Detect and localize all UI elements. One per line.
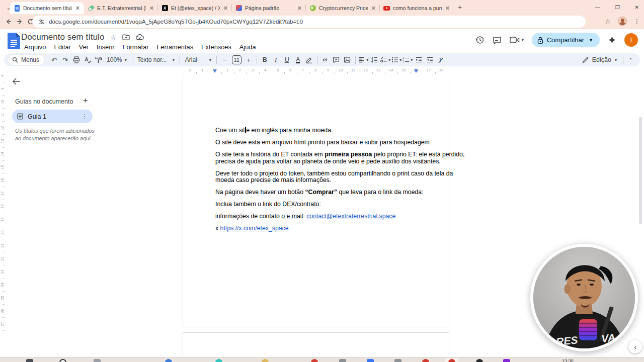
version-history-icon[interactable] bbox=[475, 35, 485, 45]
comments-icon[interactable] bbox=[493, 36, 502, 45]
sidebar-back-icon[interactable] bbox=[12, 78, 21, 85]
undo-icon[interactable]: ↶ bbox=[49, 55, 59, 65]
taskbar-icon-app-red-1[interactable] bbox=[311, 359, 318, 362]
browser-profile-avatar[interactable] bbox=[618, 17, 627, 26]
taskbar-icon-app-red-2[interactable] bbox=[422, 359, 429, 362]
numbered-list-select[interactable]: 12 ▾ bbox=[403, 55, 413, 65]
maximize-button[interactable]: ❐ bbox=[615, 5, 620, 10]
decrease-indent-icon[interactable] bbox=[414, 55, 424, 65]
star-document-icon[interactable]: ☆ bbox=[110, 34, 116, 41]
taskbar-icon-app-yellow[interactable] bbox=[262, 359, 269, 362]
menu-ajuda[interactable]: Ajuda bbox=[236, 43, 259, 51]
add-tab-button[interactable]: + bbox=[83, 96, 88, 105]
google-docs-logo[interactable] bbox=[8, 33, 20, 49]
insert-image-icon[interactable] bbox=[342, 55, 353, 65]
taskbar-icon-app-gray-3[interactable] bbox=[394, 359, 401, 362]
menu-inserir[interactable]: Inserir bbox=[94, 43, 118, 51]
highlight-color-button[interactable] bbox=[304, 55, 314, 65]
redo-icon[interactable]: ↷ bbox=[60, 55, 70, 65]
browser-tab[interactable]: como funciona a pump.fun - Y✕ bbox=[380, 2, 454, 14]
tab-close-icon[interactable]: ✕ bbox=[223, 5, 228, 12]
menu-editar[interactable]: Editar bbox=[51, 43, 73, 51]
line-spacing-icon[interactable] bbox=[369, 55, 380, 65]
italic-button[interactable]: I bbox=[271, 55, 281, 65]
taskbar-icon-app-gray-2[interactable] bbox=[339, 359, 346, 362]
toolbar-menus-search[interactable]: Menus bbox=[8, 55, 44, 65]
menu-arquivo[interactable]: Arquivo bbox=[21, 43, 49, 51]
browser-tab[interactable]: XEt (@etex_space) / X✕ bbox=[158, 2, 232, 14]
taskbar-icon-search-circle[interactable] bbox=[59, 359, 66, 362]
cloud-saved-icon[interactable] bbox=[136, 34, 144, 40]
spellcheck-icon[interactable] bbox=[82, 55, 93, 65]
bold-button[interactable]: B bbox=[260, 55, 270, 65]
browser-menu-kebab-icon[interactable]: ⋮ bbox=[634, 18, 640, 25]
document-editor-surface[interactable]: Crie um site em inglês para minha moeda.… bbox=[215, 127, 419, 237]
tab-close-icon[interactable]: ✕ bbox=[445, 5, 450, 12]
menu-formatar[interactable]: Formatar bbox=[120, 43, 152, 51]
tab-close-icon[interactable]: ✕ bbox=[149, 5, 154, 12]
gemini-spark-icon[interactable] bbox=[608, 36, 616, 44]
close-button[interactable]: ✕ bbox=[635, 5, 639, 10]
back-icon[interactable] bbox=[4, 17, 13, 26]
tab-close-icon[interactable]: ✕ bbox=[297, 5, 302, 12]
forward-icon[interactable] bbox=[15, 17, 24, 26]
menu-ver[interactable]: Ver bbox=[76, 43, 92, 51]
bulleted-list-select[interactable]: ▾ bbox=[391, 55, 402, 65]
menu-ferramentas[interactable]: Ferramentas bbox=[154, 43, 197, 51]
tab-options-kebab-icon[interactable]: ⋮ bbox=[82, 113, 88, 120]
bookmark-star-icon[interactable]: ☆ bbox=[605, 18, 611, 25]
insert-link-icon[interactable] bbox=[320, 55, 331, 65]
webcam-overlay: RES VA bbox=[530, 244, 638, 351]
taskbar-icon-app-black[interactable] bbox=[476, 359, 483, 362]
new-tab-button[interactable]: + bbox=[458, 3, 462, 11]
account-avatar[interactable]: T bbox=[624, 33, 638, 47]
hyperlink[interactable]: https://x.com/etex_space bbox=[220, 225, 289, 232]
tab-close-icon[interactable]: ✕ bbox=[371, 5, 376, 12]
meet-video-call-icon[interactable]: ▾ bbox=[510, 36, 524, 44]
edge-collapse-chevron-icon[interactable]: ‹ bbox=[628, 340, 642, 353]
increase-font-size-button[interactable]: + bbox=[244, 55, 254, 65]
underline-button[interactable]: U bbox=[282, 55, 292, 65]
align-select[interactable]: ▾ bbox=[358, 55, 369, 65]
clear-formatting-icon[interactable]: T bbox=[436, 55, 446, 65]
move-to-folder-icon[interactable] bbox=[122, 34, 130, 40]
browser-tab[interactable]: Cryptocurrency Prices, Charts,✕ bbox=[306, 2, 380, 14]
document-title[interactable]: Documento sem título bbox=[21, 32, 104, 42]
browser-tab[interactable]: Documento sem título - Googl✕ bbox=[10, 2, 84, 14]
share-button[interactable]: Compartilhar ▼ bbox=[532, 33, 600, 47]
decrease-font-size-button[interactable]: − bbox=[219, 55, 230, 65]
increase-indent-icon[interactable] bbox=[425, 55, 435, 65]
site-info-icon[interactable] bbox=[38, 19, 45, 25]
tab-close-icon[interactable]: ✕ bbox=[75, 5, 80, 12]
collapse-toolbar-icon[interactable]: ⌃ bbox=[625, 55, 636, 65]
meet-dropdown-caret[interactable]: ▾ bbox=[522, 38, 524, 42]
hyperlink[interactable]: contact@etextraterrestrial.space bbox=[306, 213, 395, 220]
share-dropdown-caret[interactable]: ▼ bbox=[589, 38, 593, 43]
font-select[interactable]: Arial▾ bbox=[183, 56, 214, 63]
menu-extenses[interactable]: Extensões bbox=[198, 43, 234, 51]
taskbar-icon-app-blue-square[interactable] bbox=[367, 359, 374, 362]
left-indent-marker[interactable] bbox=[213, 69, 217, 73]
paint-format-icon[interactable] bbox=[93, 55, 104, 65]
taskbar-icon-app-dark[interactable] bbox=[26, 359, 33, 362]
checklist-select[interactable]: ▾ bbox=[380, 55, 391, 65]
browser-tab[interactable]: Página padrão✕ bbox=[232, 2, 306, 14]
text-color-button[interactable]: A bbox=[293, 55, 303, 65]
paragraph-style-select[interactable]: Texto nor...▾ bbox=[135, 56, 177, 63]
taskbar-icon-app-blue-round[interactable] bbox=[165, 359, 172, 362]
taskbar-icon-app-gray-1[interactable] bbox=[94, 359, 101, 362]
url-address-field[interactable]: docs.google.com/document/d/1voqaA_5jApeG… bbox=[32, 16, 586, 28]
font-size-field[interactable]: 11 bbox=[232, 55, 242, 64]
sidebar-item-guia-1[interactable]: Guia 1 ⋮ bbox=[12, 110, 93, 123]
zoom-select[interactable]: 100%▾ bbox=[104, 56, 129, 63]
browser-tab[interactable]: E.T. Extraterrestrial (ETE) - Pum✕ bbox=[84, 2, 158, 14]
minimize-button[interactable]: — bbox=[595, 5, 600, 10]
taskbar-icon-app-purple[interactable] bbox=[503, 359, 510, 362]
print-icon[interactable] bbox=[71, 55, 82, 65]
taskbar-clock[interactable]: 13:30 bbox=[562, 358, 574, 362]
document-scrollbar[interactable] bbox=[639, 117, 642, 224]
editing-mode-select[interactable]: Edição ▾ bbox=[578, 56, 621, 63]
taskbar-icon-app-teal[interactable] bbox=[215, 359, 222, 362]
add-comment-icon[interactable] bbox=[331, 55, 342, 65]
right-indent-marker[interactable] bbox=[414, 69, 418, 73]
